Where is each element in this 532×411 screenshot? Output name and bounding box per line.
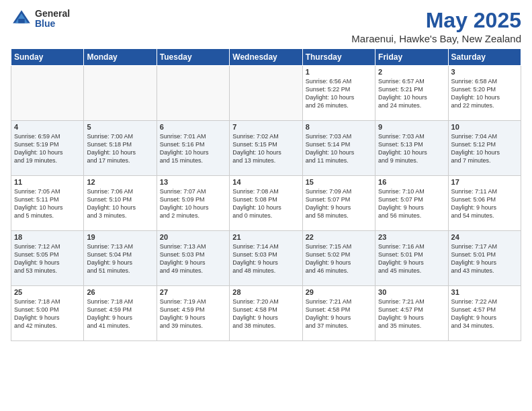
- table-row: 18Sunrise: 7:12 AM Sunset: 5:05 PM Dayli…: [11, 231, 84, 286]
- table-row: 9Sunrise: 7:03 AM Sunset: 5:13 PM Daylig…: [375, 121, 448, 176]
- day-number: 20: [160, 233, 226, 241]
- table-row: 17Sunrise: 7:11 AM Sunset: 5:06 PM Dayli…: [448, 176, 521, 231]
- table-row: 19Sunrise: 7:13 AM Sunset: 5:04 PM Dayli…: [84, 231, 157, 286]
- calendar-header-row: Sunday Monday Tuesday Wednesday Thursday…: [11, 49, 521, 66]
- day-number: 10: [451, 123, 518, 131]
- day-info: Sunrise: 7:04 AM Sunset: 5:12 PM Dayligh…: [451, 132, 518, 165]
- day-number: 5: [87, 123, 153, 131]
- logo-text: General Blue: [35, 9, 70, 30]
- day-number: 16: [378, 178, 445, 186]
- day-number: 4: [14, 123, 81, 131]
- table-row: 14Sunrise: 7:08 AM Sunset: 5:08 PM Dayli…: [230, 176, 302, 231]
- col-thursday: Thursday: [302, 49, 375, 66]
- day-number: 28: [232, 288, 299, 296]
- col-friday: Friday: [375, 49, 448, 66]
- table-row: 29Sunrise: 7:21 AM Sunset: 4:58 PM Dayli…: [302, 286, 375, 341]
- table-row: 5Sunrise: 7:00 AM Sunset: 5:18 PM Daylig…: [84, 121, 157, 176]
- day-info: Sunrise: 7:19 AM Sunset: 4:59 PM Dayligh…: [160, 298, 226, 330]
- day-info: Sunrise: 6:57 AM Sunset: 5:21 PM Dayligh…: [378, 77, 445, 110]
- table-row: 12Sunrise: 7:06 AM Sunset: 5:10 PM Dayli…: [84, 176, 157, 231]
- calendar-table: Sunday Monday Tuesday Wednesday Thursday…: [11, 48, 521, 341]
- day-info: Sunrise: 7:22 AM Sunset: 4:57 PM Dayligh…: [451, 298, 518, 330]
- day-info: Sunrise: 7:16 AM Sunset: 5:01 PM Dayligh…: [378, 242, 445, 275]
- svg-rect-2: [18, 19, 25, 23]
- day-number: 21: [232, 233, 299, 241]
- col-wednesday: Wednesday: [230, 49, 302, 66]
- table-row: 27Sunrise: 7:19 AM Sunset: 4:59 PM Dayli…: [157, 286, 229, 341]
- table-row: 25Sunrise: 7:18 AM Sunset: 5:00 PM Dayli…: [11, 286, 84, 341]
- calendar-week-row: 18Sunrise: 7:12 AM Sunset: 5:05 PM Dayli…: [11, 231, 521, 286]
- table-row: 20Sunrise: 7:13 AM Sunset: 5:03 PM Dayli…: [157, 231, 229, 286]
- day-number: 14: [232, 178, 299, 186]
- day-number: 24: [451, 233, 518, 241]
- month-title: May 2025: [351, 8, 521, 33]
- table-row: 26Sunrise: 7:18 AM Sunset: 4:59 PM Dayli…: [84, 286, 157, 341]
- day-info: Sunrise: 7:06 AM Sunset: 5:10 PM Dayligh…: [87, 187, 153, 220]
- day-info: Sunrise: 7:15 AM Sunset: 5:02 PM Dayligh…: [306, 242, 372, 275]
- day-info: Sunrise: 7:08 AM Sunset: 5:08 PM Dayligh…: [232, 187, 299, 220]
- table-row: 3Sunrise: 6:58 AM Sunset: 5:20 PM Daylig…: [448, 66, 521, 121]
- day-info: Sunrise: 7:17 AM Sunset: 5:01 PM Dayligh…: [451, 242, 518, 275]
- day-info: Sunrise: 7:03 AM Sunset: 5:14 PM Dayligh…: [306, 132, 372, 165]
- day-number: 15: [306, 178, 372, 186]
- calendar-week-row: 11Sunrise: 7:05 AM Sunset: 5:11 PM Dayli…: [11, 176, 521, 231]
- table-row: 21Sunrise: 7:14 AM Sunset: 5:03 PM Dayli…: [230, 231, 302, 286]
- day-info: Sunrise: 7:20 AM Sunset: 4:58 PM Dayligh…: [232, 298, 299, 330]
- col-tuesday: Tuesday: [157, 49, 229, 66]
- table-row: 7Sunrise: 7:02 AM Sunset: 5:15 PM Daylig…: [230, 121, 302, 176]
- day-info: Sunrise: 7:07 AM Sunset: 5:09 PM Dayligh…: [160, 187, 226, 220]
- day-info: Sunrise: 7:10 AM Sunset: 5:07 PM Dayligh…: [378, 187, 445, 220]
- day-info: Sunrise: 7:21 AM Sunset: 4:57 PM Dayligh…: [378, 298, 445, 330]
- table-row: [157, 66, 229, 121]
- day-number: 1: [306, 68, 372, 76]
- day-info: Sunrise: 7:09 AM Sunset: 5:07 PM Dayligh…: [306, 187, 372, 220]
- day-info: Sunrise: 6:59 AM Sunset: 5:19 PM Dayligh…: [14, 132, 81, 165]
- table-row: 31Sunrise: 7:22 AM Sunset: 4:57 PM Dayli…: [448, 286, 521, 341]
- col-saturday: Saturday: [448, 49, 521, 66]
- table-row: 28Sunrise: 7:20 AM Sunset: 4:58 PM Dayli…: [230, 286, 302, 341]
- page-header: General Blue May 2025 Maraenui, Hawke's …: [11, 8, 521, 44]
- day-info: Sunrise: 7:14 AM Sunset: 5:03 PM Dayligh…: [232, 242, 299, 275]
- day-info: Sunrise: 7:21 AM Sunset: 4:58 PM Dayligh…: [306, 298, 372, 330]
- day-info: Sunrise: 7:00 AM Sunset: 5:18 PM Dayligh…: [87, 132, 153, 165]
- table-row: 11Sunrise: 7:05 AM Sunset: 5:11 PM Dayli…: [11, 176, 84, 231]
- table-row: 24Sunrise: 7:17 AM Sunset: 5:01 PM Dayli…: [448, 231, 521, 286]
- table-row: 13Sunrise: 7:07 AM Sunset: 5:09 PM Dayli…: [157, 176, 229, 231]
- day-number: 7: [232, 123, 299, 131]
- table-row: [11, 66, 84, 121]
- col-monday: Monday: [84, 49, 157, 66]
- table-row: 2Sunrise: 6:57 AM Sunset: 5:21 PM Daylig…: [375, 66, 448, 121]
- table-row: [230, 66, 302, 121]
- day-info: Sunrise: 7:02 AM Sunset: 5:15 PM Dayligh…: [232, 132, 299, 165]
- day-number: 25: [14, 288, 81, 296]
- logo-blue-text: Blue: [35, 19, 70, 29]
- day-info: Sunrise: 6:58 AM Sunset: 5:20 PM Dayligh…: [451, 77, 518, 110]
- day-number: 8: [306, 123, 372, 131]
- day-info: Sunrise: 7:13 AM Sunset: 5:04 PM Dayligh…: [87, 242, 153, 275]
- day-info: Sunrise: 6:56 AM Sunset: 5:22 PM Dayligh…: [306, 77, 372, 110]
- day-number: 18: [14, 233, 81, 241]
- table-row: 23Sunrise: 7:16 AM Sunset: 5:01 PM Dayli…: [375, 231, 448, 286]
- day-number: 12: [87, 178, 153, 186]
- location-text: Maraenui, Hawke's Bay, New Zealand: [351, 33, 521, 44]
- day-info: Sunrise: 7:18 AM Sunset: 5:00 PM Dayligh…: [14, 298, 81, 330]
- day-number: 27: [160, 288, 226, 296]
- calendar-week-row: 1Sunrise: 6:56 AM Sunset: 5:22 PM Daylig…: [11, 66, 521, 121]
- day-number: 19: [87, 233, 153, 241]
- col-sunday: Sunday: [11, 49, 84, 66]
- table-row: 16Sunrise: 7:10 AM Sunset: 5:07 PM Dayli…: [375, 176, 448, 231]
- day-info: Sunrise: 7:11 AM Sunset: 5:06 PM Dayligh…: [451, 187, 518, 220]
- day-number: 6: [160, 123, 226, 131]
- day-info: Sunrise: 7:05 AM Sunset: 5:11 PM Dayligh…: [14, 187, 81, 220]
- day-info: Sunrise: 7:13 AM Sunset: 5:03 PM Dayligh…: [160, 242, 226, 275]
- day-number: 31: [451, 288, 518, 296]
- logo-general-text: General: [35, 9, 70, 19]
- table-row: 6Sunrise: 7:01 AM Sunset: 5:16 PM Daylig…: [157, 121, 229, 176]
- day-number: 13: [160, 178, 226, 186]
- table-row: 22Sunrise: 7:15 AM Sunset: 5:02 PM Dayli…: [302, 231, 375, 286]
- day-number: 17: [451, 178, 518, 186]
- calendar-week-row: 4Sunrise: 6:59 AM Sunset: 5:19 PM Daylig…: [11, 121, 521, 176]
- table-row: 15Sunrise: 7:09 AM Sunset: 5:07 PM Dayli…: [302, 176, 375, 231]
- day-number: 11: [14, 178, 81, 186]
- day-info: Sunrise: 7:01 AM Sunset: 5:16 PM Dayligh…: [160, 132, 226, 165]
